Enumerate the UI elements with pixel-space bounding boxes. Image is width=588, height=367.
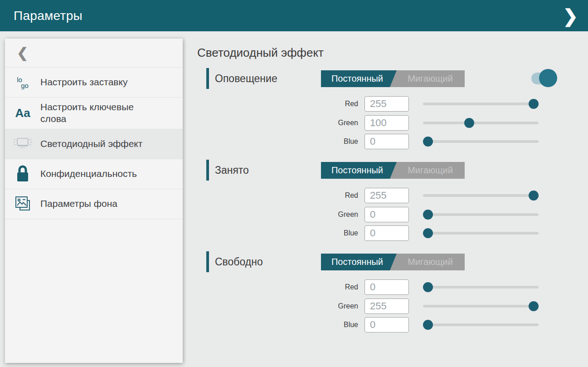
red-slider[interactable] [423,279,539,295]
red-value-input[interactable] [364,279,409,295]
mode-option-constant[interactable]: Постоянный [321,70,394,87]
blue-slider[interactable] [423,134,539,149]
channel-label: Red [290,283,364,291]
mode-option-blinking[interactable]: Мигающий [396,70,465,87]
rgb-row: Red [290,188,539,203]
back-chevron-icon: ❮ [17,46,28,60]
red-slider[interactable] [423,96,539,112]
rgb-rows: Red Green Blue [290,96,539,153]
toggle-thumb [539,69,557,87]
page-section-title: Светодиодный эффект [197,46,324,60]
red-slider[interactable] [423,188,539,203]
slider-thumb[interactable] [423,210,433,220]
mode-segmented-control: Постоянный Мигающий [321,254,465,270]
slider-track [423,305,539,308]
slider-track [423,122,539,124]
rgb-row: Blue [290,317,539,333]
green-value-input[interactable] [364,115,409,131]
mode-option-blinking[interactable]: Мигающий [396,254,465,270]
slider-track [423,103,539,105]
mode-option-constant[interactable]: Постоянный [321,254,394,270]
slider-track [423,286,539,289]
red-value-input[interactable] [364,96,409,112]
channel-label: Blue [290,321,364,329]
rgb-row: Green [290,207,539,222]
channel-label: Green [290,210,364,219]
blue-slider[interactable] [423,225,539,241]
mode-option-constant[interactable]: Постоянный [321,162,394,179]
green-value-input[interactable] [364,298,409,314]
accent-bar [206,160,209,181]
accent-bar [206,68,209,89]
forward-chevron-icon[interactable]: ❯ [563,7,578,25]
rgb-rows: Red Green Blue [290,279,539,336]
slider-thumb[interactable] [423,228,433,238]
page-title: Параметры [14,9,83,23]
rgb-row: Blue [290,225,539,241]
channel-label: Green [290,119,364,127]
channel-label: Blue [290,229,364,237]
enable-toggle-on[interactable] [531,69,558,87]
slider-track [423,194,539,197]
slider-thumb[interactable] [529,301,539,311]
slider-thumb[interactable] [423,320,433,330]
slider-thumb[interactable] [529,191,539,201]
section-label: Занято [215,159,249,181]
slider-track [423,213,539,216]
sidebar-back-button[interactable]: ❮ [5,39,183,68]
accent-bar [206,251,209,272]
blue-value-input[interactable] [364,134,409,149]
red-value-input[interactable] [364,188,409,203]
app-header: Параметры ❯ [0,0,588,31]
blue-value-input[interactable] [364,225,409,241]
rgb-row: Red [290,96,539,112]
rgb-row: Blue [290,134,539,149]
rgb-row: Green [290,115,539,131]
green-slider[interactable] [423,207,539,222]
slider-track [423,140,539,143]
green-value-input[interactable] [364,207,409,222]
channel-label: Green [290,302,364,310]
channel-label: Red [290,100,364,108]
green-slider[interactable] [423,298,539,314]
slider-track [423,323,539,326]
channel-label: Red [290,191,364,200]
blue-value-input[interactable] [364,317,409,333]
channel-label: Blue [290,137,364,146]
mode-option-blinking[interactable]: Мигающий [396,162,465,179]
slider-thumb[interactable] [529,99,539,109]
rgb-row: Green [290,298,539,314]
slider-thumb[interactable] [423,282,433,292]
led-section: Свободно Постоянный Мигающий Red Green B… [0,250,588,337]
slider-track [423,232,539,235]
section-label: Свободно [215,250,263,273]
blue-slider[interactable] [423,317,539,333]
led-section: Оповещение Постоянный Мигающий Red Green… [0,67,588,153]
green-slider[interactable] [423,115,539,131]
led-section: Занято Постоянный Мигающий Red Green Blu… [0,159,588,245]
slider-thumb[interactable] [423,137,433,147]
slider-thumb[interactable] [464,118,474,128]
rgb-rows: Red Green Blue [290,188,539,245]
mode-segmented-control: Постоянный Мигающий [321,70,465,87]
mode-segmented-control: Постоянный Мигающий [321,162,465,179]
section-label: Оповещение [215,67,277,90]
rgb-row: Red [290,279,539,295]
